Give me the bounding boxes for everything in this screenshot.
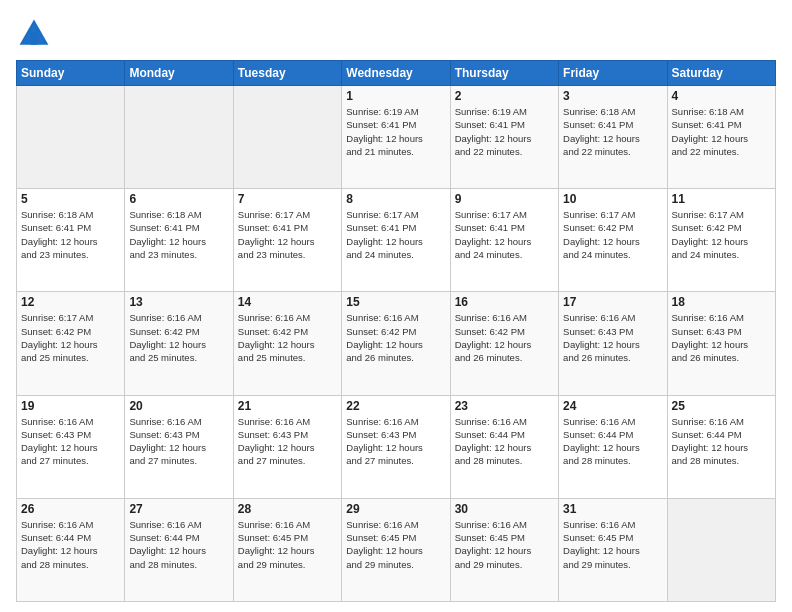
day-number: 12 bbox=[21, 295, 120, 309]
day-info: Sunrise: 6:19 AMSunset: 6:41 PMDaylight:… bbox=[346, 105, 445, 158]
day-info: Sunrise: 6:18 AMSunset: 6:41 PMDaylight:… bbox=[129, 208, 228, 261]
day-number: 31 bbox=[563, 502, 662, 516]
day-info: Sunrise: 6:18 AMSunset: 6:41 PMDaylight:… bbox=[563, 105, 662, 158]
day-info: Sunrise: 6:16 AMSunset: 6:44 PMDaylight:… bbox=[455, 415, 554, 468]
day-cell: 10Sunrise: 6:17 AMSunset: 6:42 PMDayligh… bbox=[559, 189, 667, 292]
day-info: Sunrise: 6:17 AMSunset: 6:42 PMDaylight:… bbox=[672, 208, 771, 261]
day-number: 16 bbox=[455, 295, 554, 309]
day-cell: 12Sunrise: 6:17 AMSunset: 6:42 PMDayligh… bbox=[17, 292, 125, 395]
day-number: 4 bbox=[672, 89, 771, 103]
day-info: Sunrise: 6:16 AMSunset: 6:43 PMDaylight:… bbox=[563, 311, 662, 364]
day-info: Sunrise: 6:16 AMSunset: 6:43 PMDaylight:… bbox=[346, 415, 445, 468]
day-cell: 17Sunrise: 6:16 AMSunset: 6:43 PMDayligh… bbox=[559, 292, 667, 395]
day-number: 25 bbox=[672, 399, 771, 413]
week-row-5: 26Sunrise: 6:16 AMSunset: 6:44 PMDayligh… bbox=[17, 498, 776, 601]
day-cell bbox=[17, 86, 125, 189]
day-info: Sunrise: 6:17 AMSunset: 6:41 PMDaylight:… bbox=[346, 208, 445, 261]
day-cell: 9Sunrise: 6:17 AMSunset: 6:41 PMDaylight… bbox=[450, 189, 558, 292]
weekday-header-thursday: Thursday bbox=[450, 61, 558, 86]
day-cell: 3Sunrise: 6:18 AMSunset: 6:41 PMDaylight… bbox=[559, 86, 667, 189]
day-number: 1 bbox=[346, 89, 445, 103]
logo bbox=[16, 16, 56, 52]
day-number: 27 bbox=[129, 502, 228, 516]
day-info: Sunrise: 6:16 AMSunset: 6:45 PMDaylight:… bbox=[455, 518, 554, 571]
day-cell: 14Sunrise: 6:16 AMSunset: 6:42 PMDayligh… bbox=[233, 292, 341, 395]
day-number: 17 bbox=[563, 295, 662, 309]
day-number: 7 bbox=[238, 192, 337, 206]
day-number: 28 bbox=[238, 502, 337, 516]
day-info: Sunrise: 6:17 AMSunset: 6:41 PMDaylight:… bbox=[238, 208, 337, 261]
weekday-header-friday: Friday bbox=[559, 61, 667, 86]
day-cell: 15Sunrise: 6:16 AMSunset: 6:42 PMDayligh… bbox=[342, 292, 450, 395]
day-info: Sunrise: 6:16 AMSunset: 6:44 PMDaylight:… bbox=[129, 518, 228, 571]
day-number: 29 bbox=[346, 502, 445, 516]
day-number: 10 bbox=[563, 192, 662, 206]
day-cell: 26Sunrise: 6:16 AMSunset: 6:44 PMDayligh… bbox=[17, 498, 125, 601]
weekday-header-monday: Monday bbox=[125, 61, 233, 86]
day-number: 19 bbox=[21, 399, 120, 413]
day-cell: 5Sunrise: 6:18 AMSunset: 6:41 PMDaylight… bbox=[17, 189, 125, 292]
day-number: 6 bbox=[129, 192, 228, 206]
weekday-header-saturday: Saturday bbox=[667, 61, 775, 86]
day-info: Sunrise: 6:18 AMSunset: 6:41 PMDaylight:… bbox=[21, 208, 120, 261]
calendar-table: SundayMondayTuesdayWednesdayThursdayFrid… bbox=[16, 60, 776, 602]
day-cell: 22Sunrise: 6:16 AMSunset: 6:43 PMDayligh… bbox=[342, 395, 450, 498]
day-cell: 27Sunrise: 6:16 AMSunset: 6:44 PMDayligh… bbox=[125, 498, 233, 601]
day-cell: 23Sunrise: 6:16 AMSunset: 6:44 PMDayligh… bbox=[450, 395, 558, 498]
day-cell: 25Sunrise: 6:16 AMSunset: 6:44 PMDayligh… bbox=[667, 395, 775, 498]
day-number: 13 bbox=[129, 295, 228, 309]
day-cell: 20Sunrise: 6:16 AMSunset: 6:43 PMDayligh… bbox=[125, 395, 233, 498]
day-number: 23 bbox=[455, 399, 554, 413]
day-info: Sunrise: 6:16 AMSunset: 6:42 PMDaylight:… bbox=[455, 311, 554, 364]
day-number: 30 bbox=[455, 502, 554, 516]
day-number: 11 bbox=[672, 192, 771, 206]
day-cell: 4Sunrise: 6:18 AMSunset: 6:41 PMDaylight… bbox=[667, 86, 775, 189]
day-number: 18 bbox=[672, 295, 771, 309]
day-info: Sunrise: 6:16 AMSunset: 6:43 PMDaylight:… bbox=[238, 415, 337, 468]
day-cell: 7Sunrise: 6:17 AMSunset: 6:41 PMDaylight… bbox=[233, 189, 341, 292]
day-cell bbox=[125, 86, 233, 189]
day-cell: 29Sunrise: 6:16 AMSunset: 6:45 PMDayligh… bbox=[342, 498, 450, 601]
day-number: 26 bbox=[21, 502, 120, 516]
day-info: Sunrise: 6:19 AMSunset: 6:41 PMDaylight:… bbox=[455, 105, 554, 158]
page: SundayMondayTuesdayWednesdayThursdayFrid… bbox=[0, 0, 792, 612]
day-number: 2 bbox=[455, 89, 554, 103]
day-number: 22 bbox=[346, 399, 445, 413]
day-cell: 28Sunrise: 6:16 AMSunset: 6:45 PMDayligh… bbox=[233, 498, 341, 601]
day-info: Sunrise: 6:18 AMSunset: 6:41 PMDaylight:… bbox=[672, 105, 771, 158]
day-cell bbox=[667, 498, 775, 601]
day-number: 14 bbox=[238, 295, 337, 309]
day-info: Sunrise: 6:16 AMSunset: 6:43 PMDaylight:… bbox=[672, 311, 771, 364]
day-info: Sunrise: 6:17 AMSunset: 6:42 PMDaylight:… bbox=[21, 311, 120, 364]
day-number: 15 bbox=[346, 295, 445, 309]
day-number: 9 bbox=[455, 192, 554, 206]
day-number: 8 bbox=[346, 192, 445, 206]
day-info: Sunrise: 6:16 AMSunset: 6:45 PMDaylight:… bbox=[346, 518, 445, 571]
day-cell: 1Sunrise: 6:19 AMSunset: 6:41 PMDaylight… bbox=[342, 86, 450, 189]
week-row-4: 19Sunrise: 6:16 AMSunset: 6:43 PMDayligh… bbox=[17, 395, 776, 498]
day-info: Sunrise: 6:16 AMSunset: 6:45 PMDaylight:… bbox=[563, 518, 662, 571]
day-cell: 2Sunrise: 6:19 AMSunset: 6:41 PMDaylight… bbox=[450, 86, 558, 189]
day-number: 20 bbox=[129, 399, 228, 413]
day-cell: 24Sunrise: 6:16 AMSunset: 6:44 PMDayligh… bbox=[559, 395, 667, 498]
day-cell: 13Sunrise: 6:16 AMSunset: 6:42 PMDayligh… bbox=[125, 292, 233, 395]
day-info: Sunrise: 6:16 AMSunset: 6:44 PMDaylight:… bbox=[563, 415, 662, 468]
weekday-header-tuesday: Tuesday bbox=[233, 61, 341, 86]
day-info: Sunrise: 6:16 AMSunset: 6:45 PMDaylight:… bbox=[238, 518, 337, 571]
week-row-3: 12Sunrise: 6:17 AMSunset: 6:42 PMDayligh… bbox=[17, 292, 776, 395]
day-cell: 8Sunrise: 6:17 AMSunset: 6:41 PMDaylight… bbox=[342, 189, 450, 292]
day-info: Sunrise: 6:17 AMSunset: 6:41 PMDaylight:… bbox=[455, 208, 554, 261]
day-cell: 18Sunrise: 6:16 AMSunset: 6:43 PMDayligh… bbox=[667, 292, 775, 395]
day-cell bbox=[233, 86, 341, 189]
day-cell: 30Sunrise: 6:16 AMSunset: 6:45 PMDayligh… bbox=[450, 498, 558, 601]
day-info: Sunrise: 6:16 AMSunset: 6:42 PMDaylight:… bbox=[129, 311, 228, 364]
day-info: Sunrise: 6:16 AMSunset: 6:44 PMDaylight:… bbox=[21, 518, 120, 571]
day-cell: 11Sunrise: 6:17 AMSunset: 6:42 PMDayligh… bbox=[667, 189, 775, 292]
day-cell: 16Sunrise: 6:16 AMSunset: 6:42 PMDayligh… bbox=[450, 292, 558, 395]
day-number: 5 bbox=[21, 192, 120, 206]
day-number: 24 bbox=[563, 399, 662, 413]
day-info: Sunrise: 6:16 AMSunset: 6:43 PMDaylight:… bbox=[129, 415, 228, 468]
day-number: 3 bbox=[563, 89, 662, 103]
day-cell: 31Sunrise: 6:16 AMSunset: 6:45 PMDayligh… bbox=[559, 498, 667, 601]
day-info: Sunrise: 6:17 AMSunset: 6:42 PMDaylight:… bbox=[563, 208, 662, 261]
